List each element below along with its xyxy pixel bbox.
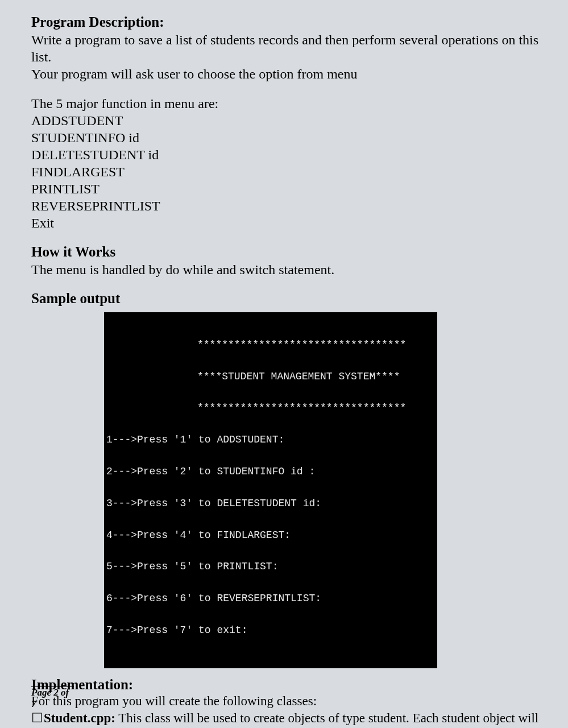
menu-item-printlist: PRINTLIST xyxy=(31,180,540,197)
terminal-title: ****STUDENT MANAGEMENT SYSTEM**** xyxy=(106,369,430,385)
heading-sample-output: Sample output xyxy=(31,291,540,307)
terminal-border-top: ********************************** xyxy=(106,337,430,353)
menu-item-findlargest: FINDLARGEST xyxy=(31,163,540,180)
impl-item-student: ☐Student.cpp: This class will be used to… xyxy=(31,710,540,728)
heading-implementation: Implementation: xyxy=(31,677,540,693)
checkbox-icon: ☐ xyxy=(31,710,44,726)
menu-intro: The 5 major function in menu are: xyxy=(31,95,540,112)
terminal-output: ********************************** ****S… xyxy=(104,312,437,668)
terminal-line-4: 4--->Press '4' to FINDLARGEST: xyxy=(106,528,430,544)
impl-item-student-name: Student.cpp: xyxy=(44,711,115,725)
heading-program-description: Program Description: xyxy=(31,14,540,30)
implementation-intro: For this program you will create the fol… xyxy=(31,694,540,709)
impl-item-student-desc: This class will be used to create object… xyxy=(44,711,538,728)
menu-item-deletestudent: DELETESTUDENT id xyxy=(31,146,540,163)
terminal-line-5: 5--->Press '5' to PRINTLIST: xyxy=(106,559,430,575)
how-it-works-text: The menu is handled by do while and swit… xyxy=(31,261,540,278)
terminal-line-1: 1--->Press '1' to ADDSTUDENT: xyxy=(106,432,430,448)
terminal-line-2: 2--->Press '2' to STUDENTINFO id : xyxy=(106,464,430,480)
terminal-border-bottom: ********************************** xyxy=(106,400,430,416)
intro-line-2: Your program will ask user to choose the… xyxy=(31,65,540,82)
intro-line-1: Write a program to save a list of studen… xyxy=(31,31,540,65)
menu-item-studentinfo: STUDENTINFO id xyxy=(31,129,540,146)
menu-item-exit: Exit xyxy=(31,214,540,231)
menu-item-reverseprintlist: REVERSEPRINTLIST xyxy=(31,197,540,214)
menu-item-addstudent: ADDSTUDENT xyxy=(31,112,540,129)
terminal-line-6: 6--->Press '6' to REVERSEPRINTLIST: xyxy=(106,591,430,607)
heading-how-it-works: How it Works xyxy=(31,244,540,260)
terminal-line-7: 7--->Press '7' to exit: xyxy=(106,623,430,639)
page-footer: Page 2 of 7 xyxy=(31,686,74,710)
terminal-line-3: 3--->Press '3' to DELETESTUDENT id: xyxy=(106,496,430,512)
